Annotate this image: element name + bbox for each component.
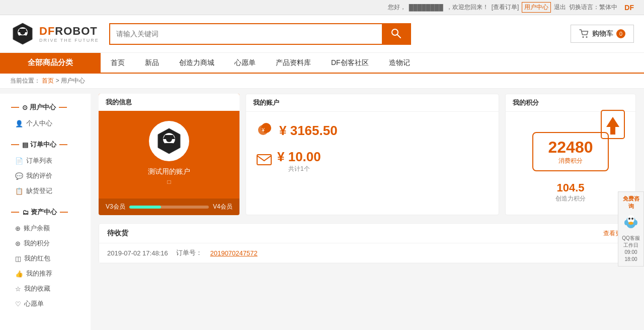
coupon-info: ¥ 10.00 共计1个 — [277, 149, 321, 173]
df-logo-text: DF — [624, 4, 634, 12]
content-area: 我的信息 测试用的账户 □ V3会员 — [91, 94, 644, 330]
search-bar — [109, 23, 411, 45]
down-arrow-icon — [600, 109, 625, 140]
logout-link[interactable]: 退出 — [554, 3, 566, 12]
avatar-area: 测试用的账户 □ — [143, 111, 195, 199]
sidebar-section-order: — ▤ 订单中心 — 📄 订单列表 💬 我的评价 📋 缺货登记 — [0, 136, 91, 199]
vip-current-label: V3会员 — [106, 203, 125, 211]
my-info-card: 我的信息 测试用的账户 □ V3会员 — [99, 94, 239, 215]
nav-item-creative-mall[interactable]: 创造力商城 — [169, 53, 224, 73]
vip-progress-bg — [129, 206, 209, 209]
star-icon: ⊛ — [15, 240, 21, 247]
account-balance-item: ¥ ¥ 3165.50 — [256, 120, 489, 141]
breadcrumb-home[interactable]: 首页 — [42, 77, 54, 84]
stock-icon: 📋 — [15, 187, 23, 195]
coupon-count: 共计1个 — [277, 165, 321, 173]
float-time-start: 09:00 — [620, 249, 641, 256]
sidebar-item-personal-center[interactable]: 👤 个人中心 — [0, 116, 91, 131]
nav: 全部商品分类 首页 新品 创造力商城 心愿单 产品资料库 DF创客社区 造物记 — [0, 53, 644, 74]
qq-penguin-icon — [623, 213, 639, 229]
svg-point-25 — [634, 220, 637, 225]
nav-item-maker[interactable]: 造物记 — [379, 53, 420, 73]
balance-info: ¥ 3165.50 — [279, 123, 338, 139]
top-bar: 您好， ████████ ，欢迎您回来！ [查看订单] 用户中心 退出 切换语言… — [0, 0, 644, 15]
pending-section: 待收货 查看更多 2019-07-02 17:48:16 订单号： 201907… — [99, 223, 636, 263]
logo-tagline: DRIVE THE FUTURE — [39, 38, 99, 43]
my-account-card: 我的账户 ¥ ¥ 3165.50 — [246, 94, 499, 215]
svg-point-26 — [628, 222, 633, 225]
sidebar-item-out-of-stock[interactable]: 📋 缺货登记 — [0, 183, 91, 199]
pending-order-id-link[interactable]: 2019070247572 — [210, 249, 258, 257]
my-info-title: 我的信息 — [99, 94, 239, 111]
cart-button[interactable]: 购物车 0 — [571, 25, 634, 43]
cart-icon — [579, 29, 589, 38]
welcome-text: ，欢迎您回来！ — [446, 3, 489, 12]
balance-amount: ¥ 3165.50 — [279, 123, 338, 139]
sidebar-favorites-label: 我的收藏 — [24, 284, 50, 293]
svg-point-24 — [624, 220, 627, 225]
cart-count: 0 — [616, 29, 625, 38]
sidebar-item-wishlist[interactable]: ♡ 心愿单 — [0, 296, 91, 311]
person-icon: 👤 — [15, 120, 23, 127]
sidebar-user-center-label: 用户中心 — [30, 103, 56, 112]
sidebar-points-label: 我的积分 — [24, 239, 50, 248]
arrow-indicator — [600, 109, 625, 141]
pending-order-label: 订单号： — [176, 248, 202, 257]
coupon-amount: ¥ 10.00 — [277, 149, 321, 165]
svg-marker-19 — [606, 117, 619, 135]
list-icon: 📄 — [15, 157, 23, 165]
cart-label: 购物车 — [592, 29, 613, 38]
search-input[interactable] — [110, 24, 382, 44]
sidebar-item-points[interactable]: ⊛ 我的积分 — [0, 236, 91, 251]
search-button[interactable] — [382, 24, 410, 44]
sidebar-personal-label: 个人中心 — [26, 119, 52, 128]
nav-item-home[interactable]: 首页 — [101, 53, 135, 73]
pending-header: 待收货 查看更多 — [99, 224, 635, 243]
float-consult-label: 免费咨询 — [620, 195, 641, 210]
sidebar-item-my-review[interactable]: 💬 我的评价 — [0, 168, 91, 183]
gift-icon: ◫ — [15, 255, 21, 262]
qq-icon — [620, 213, 641, 233]
dash-icon-2: — — [59, 103, 67, 112]
avatar — [149, 121, 189, 161]
pending-order-row: 2019-07-02 17:48:16 订单号： 2019070247572 — [99, 243, 635, 263]
svg-rect-2 — [19, 35, 26, 39]
comment-icon: 💬 — [15, 172, 23, 180]
svg-point-7 — [583, 36, 584, 38]
sidebar-item-favorites[interactable]: ☆ 我的收藏 — [0, 281, 91, 296]
sidebar-wishlist-label: 心愿单 — [24, 299, 44, 308]
sidebar-item-referral[interactable]: 👍 我的推荐 — [0, 266, 91, 281]
consume-points-box: 22480 消费积分 — [532, 132, 609, 171]
sidebar-item-balance[interactable]: ⊕ 账户余额 — [0, 221, 91, 236]
float-work-days: 工作日 — [620, 242, 641, 249]
balance-icon: ¥ — [256, 120, 274, 141]
vip-bar: V3会员 V4会员 — [99, 199, 239, 215]
breadcrumb-current: 用户中心 — [61, 77, 85, 84]
user-center-link[interactable]: 用户中心 — [522, 2, 551, 13]
nav-item-wishlist[interactable]: 心愿单 — [224, 53, 266, 73]
svg-text:¥: ¥ — [261, 127, 265, 133]
envelope-icon — [256, 152, 272, 168]
sidebar-item-red-packet[interactable]: ◫ 我的红包 — [0, 251, 91, 266]
sidebar-balance-label: 账户余额 — [24, 224, 50, 233]
float-time-end: 18:00 — [620, 256, 641, 263]
sidebar-section-user: — ⊙ 用户中心 — 👤 个人中心 — [0, 99, 91, 131]
sidebar-order-center-label: 订单中心 — [30, 140, 56, 149]
pending-order-date: 2019-07-02 17:48:16 — [107, 249, 168, 257]
svg-point-23 — [631, 218, 633, 220]
sidebar-header-order: — ▤ 订单中心 — — [0, 136, 91, 153]
nav-item-resources[interactable]: 产品资料库 — [266, 53, 321, 73]
sidebar-item-order-list[interactable]: 📄 订单列表 — [0, 153, 91, 168]
pending-title: 待收货 — [107, 229, 128, 238]
nav-item-new[interactable]: 新品 — [135, 53, 169, 73]
nav-item-community[interactable]: DF创客社区 — [321, 53, 379, 73]
wish-icon: ♡ — [15, 300, 21, 308]
account-items: ¥ ¥ 3165.50 — [246, 112, 499, 181]
sidebar: — ⊙ 用户中心 — 👤 个人中心 — ▤ 订单中心 — 📄 订单列表 — [0, 94, 91, 330]
consume-points-label: 消费积分 — [548, 157, 593, 165]
view-order-link[interactable]: [查看订单] — [492, 3, 519, 12]
nav-all-categories[interactable]: 全部商品分类 — [0, 53, 101, 73]
sidebar-section-asset: — 🗂 资产中心 — ⊕ 账户余额 ⊛ 我的积分 ◫ 我的红包 👍 我的推荐 — [0, 204, 91, 311]
switch-lang[interactable]: 切换语言：繁体中 — [569, 3, 617, 12]
username-text: ████████ — [409, 4, 443, 11]
